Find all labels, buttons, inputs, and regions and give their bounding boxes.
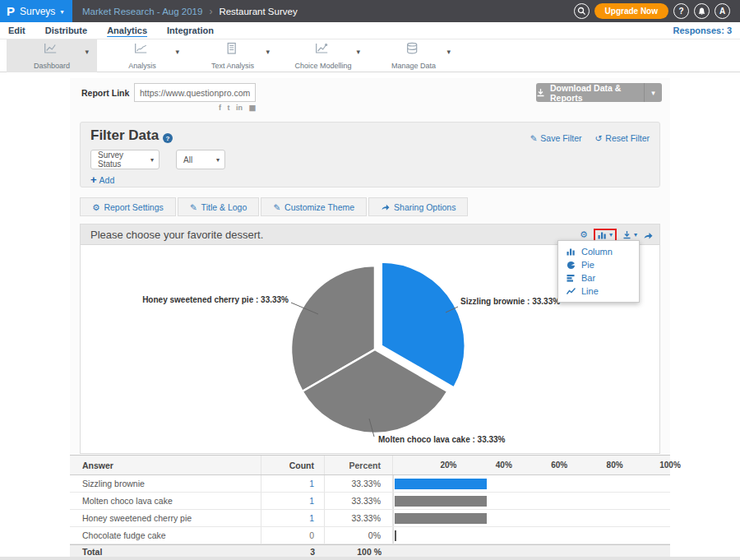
chevron-down-icon[interactable]: ▾ [446,48,451,56]
menu-item-line[interactable]: Line [558,285,639,298]
pie-label-honey-cherry-pie: Honey sweetened cherry pie : 33.33% [142,295,289,304]
main-nav: Edit Distribute Analytics Integration Re… [0,22,740,39]
nav-edit[interactable]: Edit [8,25,25,35]
scale-tick: 20% [440,460,456,470]
plus-icon: + [90,174,97,186]
chart-type-menu: Column Pie Bar Line [557,240,640,303]
chart-settings-button[interactable]: ⚙ [580,229,588,240]
toolbar-choice-modelling[interactable]: ▾ Choice Modelling [278,39,368,72]
save-filter-button[interactable]: ✎Save Filter [530,133,582,143]
nav-analytics[interactable]: Analytics [107,25,147,35]
count-link[interactable]: 1 [261,510,325,526]
gears-icon: ⚙ [92,202,99,212]
percent-bar [395,496,487,507]
scale-tick: 40% [496,460,512,470]
chevron-down-icon: ▾ [60,8,63,16]
table-total-row: Total 3 100 % [70,544,670,558]
chevron-down-icon[interactable]: ▾ [175,48,179,56]
column-chart-icon [567,248,576,256]
question-panel: Please choose your favorite dessert. ⚙ ▾… [80,224,660,454]
filter-title: Filter Data [90,127,159,144]
col-count: Count [261,456,325,474]
report-link-input[interactable] [134,83,256,102]
nav-integration[interactable]: Integration [167,25,214,35]
share-icons: f t in ▦ [185,104,256,112]
chart-download-button[interactable]: ▾ [622,230,637,239]
filter-links: ✎Save Filter ↺Reset Filter [530,133,650,143]
twitter-icon[interactable]: t [227,104,229,112]
toolbar-manage-data[interactable]: ▾ Manage Data [368,39,459,72]
count-link[interactable]: 1 [261,493,325,509]
notifications-button[interactable] [694,3,710,19]
upgrade-now-button[interactable]: Upgrade Now [594,3,668,19]
menu-item-pie[interactable]: Pie [558,258,639,271]
share-forward-icon [381,203,390,211]
trend-chart-icon [314,42,329,58]
count-link[interactable]: 0 [261,527,325,544]
count-link[interactable]: 1 [261,475,325,492]
tab-title-logo[interactable]: ✎Title & Logo [178,197,259,216]
tab-report-settings[interactable]: ⚙Report Settings [80,197,176,216]
table-row: Molten choco lava cake 1 33.33% [70,493,670,510]
help-button[interactable]: ? [673,3,689,19]
questionpro-dashboard: P Surveys ▾ Market Research - Aug 2019 ›… [0,0,740,560]
bar-chart-icon [567,274,576,282]
survey-status-select[interactable]: Survey Status ▾ [90,150,160,169]
breadcrumb: Market Research - Aug 2019 › Restaurant … [72,6,298,17]
header-actions: Upgrade Now ? A [574,3,740,19]
download-options-caret[interactable]: ▾ [644,83,662,102]
menu-item-column[interactable]: Column [558,245,639,258]
facebook-icon[interactable]: f [219,104,221,112]
pie-label-sizzling-brownie: Sizzling brownie : 33.33% [460,297,560,306]
tab-sharing-options[interactable]: Sharing Options [368,197,468,216]
filter-data-panel: Filter Data ? ✎Save Filter ↺Reset Filter… [80,122,660,187]
database-icon [405,42,419,58]
results-table: Answer Count Percent 20%40%60%80%100% Si… [70,455,670,558]
percent-scale: 20%40%60%80%100% [393,456,670,474]
add-filter-button[interactable]: + Add [90,174,114,186]
chevron-down-icon: ▾ [609,231,613,238]
pencil-icon: ✎ [273,202,280,212]
search-button[interactable] [574,3,590,19]
embed-icon[interactable]: ▦ [248,104,256,112]
filter-help-icon[interactable]: ? [163,133,173,143]
scale-tick: 100% [659,460,681,470]
percent-bar [395,530,396,541]
nav-distribute[interactable]: Distribute [45,25,87,35]
tab-customize-theme[interactable]: ✎Customize Theme [261,197,367,216]
percent-bar [395,479,487,489]
scatter-chart-icon [133,42,148,58]
breadcrumb-separator-icon: › [209,6,212,17]
questionpro-logo: P [7,4,15,18]
pie-label-molten-choco: Molten choco lava cake : 33.33% [378,435,506,444]
product-name: Surveys [20,6,55,17]
pencil-icon: ✎ [530,133,538,143]
col-percent: Percent [325,456,393,474]
linkedin-icon[interactable]: in [236,104,243,112]
download-icon [622,230,631,239]
download-data-reports-button[interactable]: Download Data & Reports ▾ [536,83,662,102]
chart-share-button[interactable] [643,231,653,239]
chevron-down-icon[interactable]: ▾ [266,48,270,56]
status-value-select[interactable]: All ▾ [176,150,225,169]
document-icon [224,42,238,58]
avatar[interactable]: A [715,3,730,19]
line-chart-icon [43,42,58,58]
pencil-icon: ✎ [190,202,197,212]
chevron-down-icon[interactable]: ▾ [85,48,89,56]
surveys-menu[interactable]: P Surveys ▾ [0,0,72,22]
percent-bar [395,513,487,524]
reset-filter-button[interactable]: ↺Reset Filter [595,133,650,143]
analytics-toolbar: ▾ Dashboard ▾ Analysis ▾ Text Analysis ▾… [0,39,740,72]
toolbar-analysis[interactable]: ▾ Analysis [97,39,187,72]
report-link-label: Report Link [81,88,129,98]
breadcrumb-survey: Restaurant Survey [219,7,297,16]
breadcrumb-folder[interactable]: Market Research - Aug 2019 [82,7,202,16]
filter-selects: Survey Status ▾ All ▾ [90,150,225,169]
responses-count[interactable]: Responses: 3 [673,25,732,35]
report-card: Report Link f t in ▦ Download Data & Rep… [70,78,670,557]
chevron-down-icon[interactable]: ▾ [356,48,360,56]
menu-item-bar[interactable]: Bar [558,271,639,285]
toolbar-text-analysis[interactable]: ▾ Text Analysis [187,39,278,72]
toolbar-dashboard[interactable]: ▾ Dashboard [7,39,97,72]
